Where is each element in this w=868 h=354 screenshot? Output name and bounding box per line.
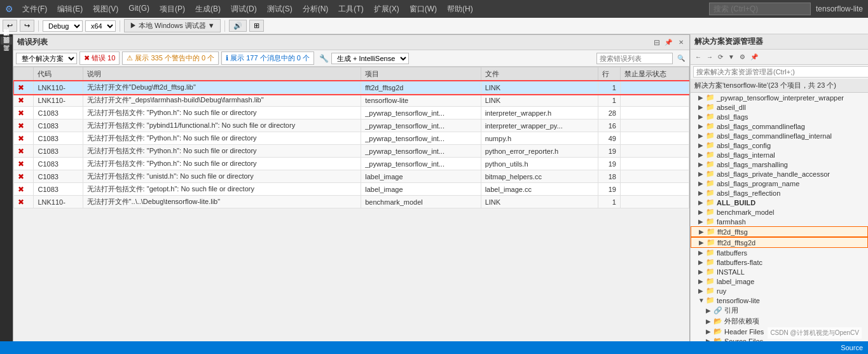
menu-item[interactable]: Git(G) [123, 1, 155, 17]
table-row[interactable]: ✖ LNK110- 无法打开文件"_deps\farmhash-build\De… [14, 94, 689, 107]
menu-item[interactable]: 文件(F) [17, 1, 52, 17]
tree-item-flatbuffers-flatc[interactable]: ▶ 📁 flatbuffers-flatc [691, 257, 868, 267]
col-desc[interactable]: 说明 [83, 67, 361, 81]
se-forward-btn[interactable]: → [705, 53, 715, 61]
tree-item-benchmark_model[interactable]: ▶ 📁 benchmark_model [691, 207, 868, 217]
menu-item[interactable]: 调试(D) [226, 1, 262, 17]
run-button[interactable]: ▶ 本地 Windows 调试器 ▼ [124, 19, 221, 32]
table-row[interactable]: ✖ C1083 无法打开包括文件: "Python.h": No such fi… [14, 158, 689, 170]
debug-config-select[interactable]: Debug [43, 20, 83, 32]
tree-item-flatbuffers[interactable]: ▶ 📁 flatbuffers [691, 248, 868, 257]
sidebar-tab-toolbox[interactable]: 工具箱 [1, 52, 12, 60]
col-project[interactable]: 项目 [361, 67, 481, 81]
menu-item[interactable]: 窗口(W) [404, 1, 442, 17]
table-row[interactable]: ✖ C1083 无法打开包括文件: "Python.h": No such fi… [14, 132, 689, 145]
tree-item-fft2d_fftsg[interactable]: ▶ 📁 fft2d_fftsg [691, 226, 868, 237]
menu-item[interactable]: 分析(N) [298, 1, 334, 17]
toolbar-extra1[interactable]: 🔊 [229, 20, 247, 32]
table-row[interactable]: ✖ LNK110- 无法打开文件"..\..\Debug\tensorflow-… [14, 196, 689, 208]
err-code: C1083 [34, 170, 83, 183]
err-type-icon: ✖ [14, 170, 34, 183]
menu-item[interactable]: 工具(T) [333, 1, 368, 17]
tree-item-external[interactable]: ▶ 📂 外部依赖项 [691, 316, 868, 327]
col-icon [14, 67, 34, 81]
se-settings-btn[interactable]: ⚙ [738, 53, 747, 61]
err-code: C1083 [34, 119, 83, 132]
err-suppress [620, 170, 689, 183]
tree-arrow: ▶ [698, 132, 706, 139]
tree-item-tensorflow-lite[interactable]: ▼ 📁 tensorflow-lite [691, 296, 868, 305]
tree-item-fft2d_fftsg2d[interactable]: ▶ 📁 fft2d_fftsg2d [691, 237, 868, 248]
build-filter[interactable]: 生成 + IntelliSense [331, 53, 409, 64]
col-code[interactable]: 代码 [34, 67, 83, 81]
tree-item-absl_flags_internal[interactable]: ▶ 📁 absl_flags_internal [691, 150, 868, 160]
table-row[interactable]: ✖ LNK110- 无法打开文件"Debug\fft2d_fftsg.lib" … [14, 81, 689, 94]
err-suppress [620, 94, 689, 107]
tree-item-INSTALL[interactable]: ▶ 📁 INSTALL [691, 267, 868, 276]
tree-node-icon: 📂 [713, 327, 722, 336]
info-filter-btn[interactable]: ℹ 展示 177 个消息中的 0 个 [221, 51, 314, 65]
tree-item-absl_flags_program_name[interactable]: ▶ 📁 absl_flags_program_name [691, 179, 868, 188]
pin-btn[interactable]: 📌 [663, 38, 674, 46]
error-search-input[interactable] [596, 53, 673, 64]
menu-item[interactable]: 测试(S) [262, 1, 298, 17]
tree-item-absl_flags_reflection[interactable]: ▶ 📁 absl_flags_reflection [691, 188, 868, 198]
search-icon-btn[interactable]: 🔍 [675, 54, 687, 62]
tree-item-label_image[interactable]: ▶ 📁 label_image [691, 276, 868, 286]
col-line[interactable]: 行 [598, 67, 621, 81]
tree-arrow: ▶ [698, 259, 706, 266]
tree-node-icon: 📁 [706, 179, 715, 187]
table-row[interactable]: ✖ C1083 无法打开包括文件: "unistd.h": No such fi… [14, 170, 689, 183]
menu-item[interactable]: 编辑(E) [52, 1, 88, 17]
tree-item-absl_flags_config[interactable]: ▶ 📁 absl_flags_config [691, 140, 868, 150]
undo-btn[interactable]: ↩ [3, 20, 17, 32]
tree-arrow: ▶ [698, 142, 706, 149]
tree-item-absl_flags_commandlineflag_internal[interactable]: ▶ 📁 absl_flags_commandlineflag_internal [691, 131, 868, 140]
close-btn[interactable]: ✕ [677, 38, 685, 46]
toolbar-extra2[interactable]: ⊞ [249, 20, 264, 32]
menu-item[interactable]: 项目(P) [155, 1, 190, 17]
menu-item[interactable]: 帮助(H) [442, 1, 478, 17]
menu-item[interactable]: 视图(V) [88, 1, 123, 17]
se-back-btn[interactable]: ← [693, 53, 703, 61]
tree-node-label: 引用 [724, 306, 738, 315]
platform-select[interactable]: x64 [85, 20, 116, 32]
sidebar-tab-resource[interactable]: 资源管理器 [1, 37, 12, 44]
col-suppress[interactable]: 禁止显示状态 [620, 67, 689, 81]
tree-item-abseil_dll[interactable]: ▶ 📁 abseil_dll [691, 102, 868, 112]
col-file[interactable]: 文件 [481, 67, 598, 81]
tree-node-label: INSTALL [717, 268, 745, 276]
table-row[interactable]: ✖ C1083 无法打开包括文件: "Python.h": No such fi… [14, 145, 689, 158]
global-search-input[interactable] [709, 3, 811, 15]
tree-item-ruy[interactable]: ▶ 📁 ruy [691, 286, 868, 296]
tree-item-absl_flags_private_handle_accessor[interactable]: ▶ 📁 absl_flags_private_handle_accessor [691, 169, 868, 179]
redo-btn[interactable]: ↪ [20, 20, 34, 32]
scope-filter[interactable]: 整个解决方案 [16, 53, 77, 64]
se-pin-btn[interactable]: 📌 [748, 53, 760, 61]
tree-node-label: fft2d_fftsg2d [717, 239, 755, 247]
tree-node-label: tensorflow-lite [717, 297, 760, 304]
table-row[interactable]: ✖ C1083 无法打开包括文件: "Python.h": No such fi… [14, 107, 689, 119]
err-line: 16 [598, 119, 621, 132]
sidebar-tab-team[interactable]: 团队资源管理器 [1, 44, 12, 52]
error-table-container[interactable]: 代码 说明 项目 文件 行 禁止显示状态 ✖ LNK110- 无法打开文件"De… [13, 67, 689, 353]
title-bar: ⚙ 文件(F)编辑(E)视图(V)Git(G)项目(P)生成(B)调试(D)测试… [0, 0, 868, 18]
tree-item-absl_flags_commandlineflag[interactable]: ▶ 📁 absl_flags_commandlineflag [691, 121, 868, 131]
menu-item[interactable]: 扩展(X) [369, 1, 404, 17]
tree-item-ref[interactable]: ▶ 🔗 引用 [691, 305, 868, 316]
tree-item-farmhash[interactable]: ▶ 📁 farmhash [691, 217, 868, 226]
se-sync-btn[interactable]: ⟳ [716, 53, 725, 61]
solution-search-input[interactable] [693, 66, 868, 78]
warning-filter-btn[interactable]: ⚠ 展示 335 个警告中的 0 个 [122, 51, 219, 65]
solution-tree[interactable]: ▶ 📁 _pywrap_tensorflow_interpreter_wrapp… [691, 93, 868, 354]
error-filter-btn[interactable]: ✖ 错误 10 [79, 51, 120, 65]
tree-item-ALL_BUILD[interactable]: ▶ 📁 ALL_BUILD [691, 198, 868, 207]
se-filter-btn[interactable]: ▼ [726, 53, 736, 61]
table-row[interactable]: ✖ C1083 无法打开包括文件: "pybind11/functional.h… [14, 119, 689, 132]
tree-node-icon: 📁 [706, 258, 715, 266]
tree-item-absl_flags[interactable]: ▶ 📁 absl_flags [691, 112, 868, 121]
tree-item-absl_flags_marshalling[interactable]: ▶ 📁 absl_flags_marshalling [691, 160, 868, 169]
menu-item[interactable]: 生成(B) [190, 1, 226, 17]
tree-item-_pywrap[interactable]: ▶ 📁 _pywrap_tensorflow_interpreter_wrapp… [691, 93, 868, 102]
table-row[interactable]: ✖ C1083 无法打开包括文件: "getopt.h": No such fi… [14, 183, 689, 196]
